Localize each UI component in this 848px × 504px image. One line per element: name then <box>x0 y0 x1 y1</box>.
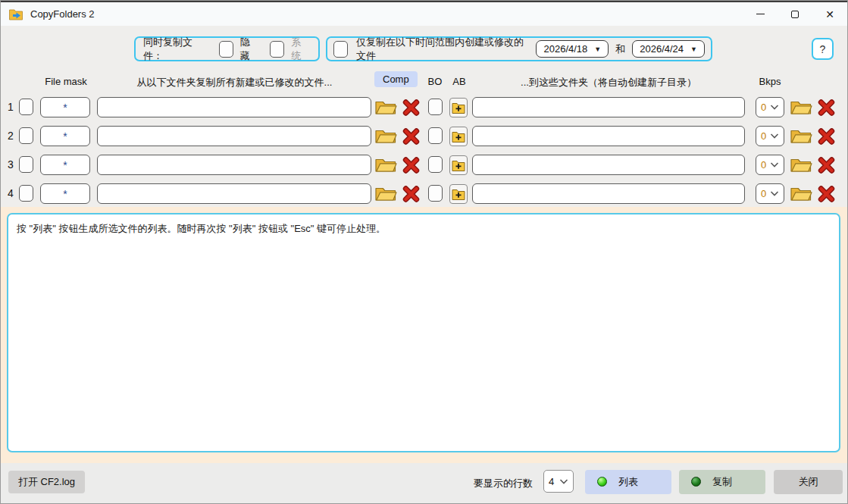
chevron-down-icon <box>770 162 779 167</box>
new-subfolder-button[interactable] <box>449 127 468 146</box>
open-log-button[interactable]: 打开 CF2.log <box>8 471 85 493</box>
dest-folder-input[interactable] <box>472 155 745 175</box>
new-subfolder-button[interactable] <box>449 155 468 175</box>
row-enable-checkbox[interactable] <box>19 185 33 202</box>
clear-dest-button[interactable] <box>817 127 836 146</box>
row-enable-checkbox[interactable] <box>19 156 33 173</box>
dest-folder-input[interactable] <box>472 126 745 146</box>
app-folder-icon <box>8 8 23 21</box>
row-option-checkbox[interactable] <box>428 156 443 173</box>
browse-source-folder-button[interactable] <box>374 99 397 117</box>
clear-source-button[interactable] <box>402 99 421 117</box>
bkps-value: 0 <box>761 188 766 199</box>
from-date-select[interactable]: 2026/4/18 ▼ <box>536 40 609 58</box>
close-window-button[interactable]: ✕ <box>812 2 847 26</box>
row-number: 3 <box>5 158 16 171</box>
copy-button[interactable]: 复制 <box>679 470 765 494</box>
close-button[interactable]: 关闭 <box>774 470 843 494</box>
status-message: 按 "列表" 按钮生成所选文件的列表。随时再次按 "列表" 按钮或 "Esc" … <box>17 223 386 234</box>
dark-green-led-icon <box>691 477 701 487</box>
hidden-files-checkbox[interactable] <box>219 41 233 58</box>
help-button[interactable]: ? <box>812 38 834 60</box>
footer-bar: 打开 CF2.log 要显示的行数 4 列表 复制 关闭 <box>1 463 848 504</box>
browse-dest-folder-button[interactable] <box>790 156 812 174</box>
minimize-button[interactable] <box>743 2 778 26</box>
copy-row-2: 2 0 <box>1 126 848 147</box>
bkps-select[interactable]: 0 <box>756 183 784 204</box>
browse-source-folder-button[interactable] <box>374 156 397 174</box>
file-mask-input[interactable] <box>40 155 90 175</box>
maximize-icon <box>791 11 799 18</box>
clear-dest-button[interactable] <box>817 185 836 203</box>
row-option-checkbox[interactable] <box>428 185 443 202</box>
row-enable-checkbox[interactable] <box>19 99 33 115</box>
list-button[interactable]: 列表 <box>585 470 671 494</box>
folder-plus-icon <box>451 187 466 201</box>
file-mask-input[interactable] <box>40 183 90 204</box>
bkps-select[interactable]: 0 <box>756 126 784 146</box>
bkps-value: 0 <box>761 159 766 171</box>
browse-dest-folder-button[interactable] <box>790 185 812 203</box>
folder-plus-icon <box>451 101 466 114</box>
rows-count-value: 4 <box>549 476 554 487</box>
row-number: 2 <box>5 130 16 142</box>
clear-source-button[interactable] <box>402 185 421 203</box>
close-icon: ✕ <box>825 9 834 20</box>
clear-source-button[interactable] <box>402 156 421 174</box>
row-option-checkbox[interactable] <box>428 99 443 115</box>
file-mask-input[interactable] <box>40 126 90 146</box>
dest-folder-input[interactable] <box>472 97 745 117</box>
dest-folder-input[interactable] <box>472 183 745 204</box>
date-range-checkbox[interactable] <box>333 41 348 58</box>
chevron-down-icon <box>770 105 779 110</box>
copy-row-4: 4 0 <box>1 183 848 205</box>
date-range-label: 仅复制在以下时间范围内创建或修改的文件 <box>356 36 529 63</box>
copy-also-label: 同时复制文件： <box>143 36 211 63</box>
system-files-label: 系统 <box>291 36 311 63</box>
from-date-value: 2026/4/18 <box>543 43 587 55</box>
clear-dest-button[interactable] <box>817 99 836 117</box>
minimize-icon <box>756 14 765 14</box>
rows-count-select[interactable]: 4 <box>543 470 574 493</box>
header-ab: AB <box>448 76 471 87</box>
folder-plus-icon <box>451 158 466 172</box>
source-folder-input[interactable] <box>97 97 371 117</box>
browse-dest-folder-button[interactable] <box>790 127 812 146</box>
row-enable-checkbox[interactable] <box>19 127 33 144</box>
clear-dest-button[interactable] <box>817 156 836 174</box>
status-log-area[interactable]: 按 "列表" 按钮生成所选文件的列表。随时再次按 "列表" 按钮或 "Esc" … <box>7 213 840 452</box>
rows-to-show-label: 要显示的行数 <box>474 477 533 490</box>
source-folder-input[interactable] <box>97 126 371 146</box>
file-mask-input[interactable] <box>40 97 90 117</box>
header-bkps: Bkps <box>747 76 793 87</box>
to-date-value: 2026/4/24 <box>640 43 684 55</box>
system-files-checkbox[interactable] <box>270 41 284 58</box>
copyfolders-window: CopyFolders 2 ✕ 同时复制文件： 隐藏 系统 仅复制在以下时间范围… <box>0 0 848 504</box>
help-label: ? <box>820 43 826 55</box>
date-range-group: 仅复制在以下时间范围内创建或修改的文件 2026/4/18 ▼ 和 2026/4… <box>326 36 712 61</box>
bkps-select[interactable]: 0 <box>756 97 784 117</box>
to-date-select[interactable]: 2026/4/24 ▼ <box>632 40 705 58</box>
header-dest: ...到这些文件夹（将自动创建新子目录） <box>472 76 745 89</box>
browse-source-folder-button[interactable] <box>374 185 397 203</box>
source-folder-input[interactable] <box>97 155 371 175</box>
clear-source-button[interactable] <box>402 127 421 146</box>
row-number: 1 <box>5 101 16 113</box>
row-option-checkbox[interactable] <box>428 127 443 144</box>
from-date-arrow-icon: ▼ <box>594 45 601 53</box>
bkps-value: 0 <box>761 102 766 113</box>
browse-source-folder-button[interactable] <box>374 127 397 146</box>
title-bar: CopyFolders 2 ✕ <box>1 2 847 26</box>
copy-row-1: 1 0 <box>1 97 848 118</box>
chevron-down-icon <box>770 191 779 196</box>
header-comp: Comp <box>374 74 418 85</box>
bkps-select[interactable]: 0 <box>756 155 784 175</box>
new-subfolder-button[interactable] <box>449 184 468 204</box>
source-folder-input[interactable] <box>97 183 371 204</box>
maximize-button[interactable] <box>778 2 812 26</box>
row-number: 4 <box>5 187 16 199</box>
browse-dest-folder-button[interactable] <box>790 99 812 117</box>
comp-toggle[interactable]: Comp <box>374 71 418 87</box>
window-title: CopyFolders 2 <box>30 8 95 20</box>
new-subfolder-button[interactable] <box>449 98 468 117</box>
